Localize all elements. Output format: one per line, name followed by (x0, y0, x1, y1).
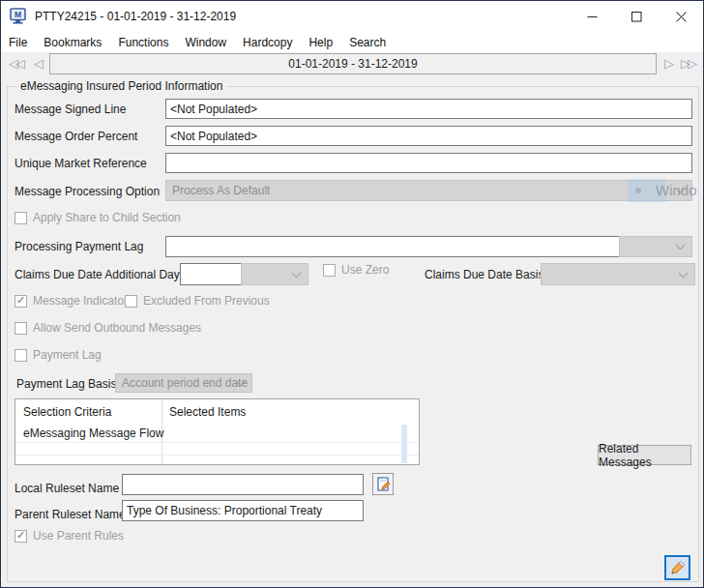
message-indicator-checkrow: Message Indicator (15, 294, 128, 308)
chevron-down-icon (292, 268, 302, 278)
nav-first-icon[interactable]: ◁◁ (9, 56, 22, 72)
use-parent-rules-label: Use Parent Rules (33, 529, 124, 543)
claims-due-basis-label: Claims Due Date Basis (425, 268, 543, 281)
allow-send-checkbox[interactable] (15, 322, 27, 335)
parent-ruleset-label: Parent Ruleset Name (15, 508, 126, 521)
processing-payment-lag-dropdown (619, 236, 692, 257)
payment-lag-basis-dropdown: Account period end date (115, 373, 252, 393)
edit-mode-button[interactable] (664, 555, 690, 580)
minimize-button[interactable] (570, 1, 614, 32)
chevron-down-icon (676, 241, 686, 250)
table-scroll-strip[interactable] (401, 425, 407, 463)
pencil-icon (668, 559, 687, 577)
table-row-divider (15, 442, 419, 443)
excluded-previous-label: Excluded From Previous (143, 294, 270, 308)
chevron-down-icon (676, 185, 686, 194)
menu-help[interactable]: Help (308, 36, 333, 49)
nav-next-icon[interactable]: ▷ (664, 56, 674, 72)
payment-lag-basis-label: Payment Lag Basis (16, 377, 116, 391)
payment-lag-basis-value: Account period end date (122, 376, 248, 390)
payment-lag-checkbox[interactable] (15, 349, 27, 362)
allow-send-label: Allow Send Outbound Messages (33, 321, 201, 335)
record-period-box[interactable]: 01-01-2019 - 31-12-2019 (49, 53, 657, 74)
selection-criteria-table[interactable]: Selection Criteria Selected Items eMessa… (15, 398, 420, 465)
message-signed-line-input[interactable] (165, 99, 692, 119)
group-box-title: eMessaging Insured Period Information (16, 79, 226, 93)
message-order-percent-input[interactable] (165, 126, 692, 146)
message-order-percent-label: Message Order Percent (15, 130, 137, 143)
use-zero-checkrow: Use Zero (323, 263, 389, 277)
message-processing-option-dropdown: Process As Default (165, 180, 692, 201)
related-messages-button[interactable]: Related Messages (598, 445, 691, 465)
claims-due-days-input[interactable] (180, 263, 242, 285)
use-zero-label: Use Zero (341, 263, 389, 277)
maximize-icon (631, 12, 642, 22)
message-signed-line-label: Message Signed Line (15, 103, 126, 116)
message-processing-option-value: Process As Default (172, 184, 270, 197)
allow-send-checkrow: Allow Send Outbound Messages (15, 321, 201, 335)
claims-due-days-dropdown (241, 263, 308, 285)
menu-file[interactable]: File (9, 36, 27, 49)
menu-bar: File Bookmarks Functions Window Hardcopy… (1, 32, 703, 52)
record-nav-bar: ◁◁ ◁ 01-01-2019 - 31-12-2019 ▷ ▷▷ (1, 52, 703, 76)
claims-due-days-label: Claims Due Date Additional Days (15, 268, 186, 281)
local-ruleset-label: Local Ruleset Name (15, 482, 119, 495)
use-zero-checkbox[interactable] (323, 264, 336, 277)
svg-text:M: M (15, 10, 21, 19)
unique-market-reference-label: Unique Market Reference (15, 157, 147, 170)
window-title: PTTY24215 - 01-01-2019 - 31-12-2019 (35, 10, 236, 23)
table-header-selected-items: Selected Items (169, 405, 246, 419)
apply-share-checkrow: Apply Share to Child Section (15, 211, 181, 224)
use-parent-rules-checkbox[interactable] (15, 530, 27, 543)
parent-ruleset-input[interactable] (122, 500, 364, 521)
menu-functions[interactable]: Functions (118, 36, 168, 49)
nav-previous-icon[interactable]: ◁ (34, 56, 44, 72)
menu-search[interactable]: Search (349, 36, 386, 49)
chevron-down-icon (679, 268, 689, 278)
excluded-previous-checkrow: Excluded From Previous (125, 294, 270, 308)
edit-ruleset-button[interactable] (372, 473, 394, 495)
app-icon: M (10, 8, 29, 25)
message-indicator-label: Message Indicator (33, 294, 128, 308)
close-button[interactable] (659, 1, 703, 32)
table-row-divider (15, 455, 419, 456)
maximize-button[interactable] (614, 1, 659, 32)
message-processing-option-label: Message Processing Option (15, 185, 160, 198)
use-parent-rules-checkrow: Use Parent Rules (15, 529, 124, 543)
processing-payment-lag-label: Processing Payment Lag (15, 240, 143, 253)
menu-window[interactable]: Window (185, 36, 226, 49)
table-row-criteria[interactable]: eMessaging Message Flow (23, 426, 163, 440)
processing-payment-lag-input[interactable] (165, 236, 620, 257)
close-icon (676, 12, 687, 22)
menu-bookmarks[interactable]: Bookmarks (44, 36, 102, 49)
payment-lag-label: Payment Lag (33, 348, 102, 362)
claims-due-basis-dropdown (541, 263, 695, 285)
payment-lag-checkrow: Payment Lag (15, 348, 102, 362)
app-window: M PTTY24215 - 01-01-2019 - 31-12-2019 Fi… (0, 0, 704, 588)
table-header-selection-criteria: Selection Criteria (23, 405, 111, 419)
excluded-previous-checkbox[interactable] (125, 295, 137, 308)
menu-hardcopy[interactable]: Hardcopy (243, 36, 292, 49)
message-indicator-checkbox[interactable] (15, 295, 27, 308)
title-bar: M PTTY24215 - 01-01-2019 - 31-12-2019 (1, 1, 703, 32)
unique-market-reference-input[interactable] (165, 153, 692, 173)
nav-last-icon[interactable]: ▷▷ (681, 56, 694, 72)
apply-share-label: Apply Share to Child Section (33, 211, 181, 224)
apply-share-checkbox[interactable] (15, 212, 27, 224)
edit-document-icon (376, 477, 391, 492)
local-ruleset-input[interactable] (122, 474, 364, 495)
minimize-icon (587, 12, 598, 22)
